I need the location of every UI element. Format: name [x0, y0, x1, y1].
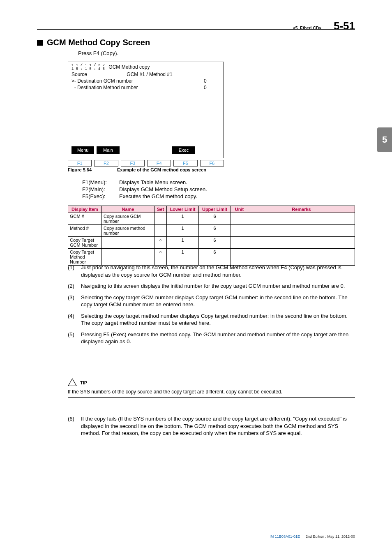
tip-block: TIP If the SYS numbers of the copy sourc…	[68, 378, 355, 398]
section-title: GCM Method Copy Screen	[37, 38, 150, 47]
f2-button[interactable]: F2	[94, 160, 118, 166]
lcd-fkey-row: F1 F2 F3 F4 F5 F6	[68, 160, 224, 166]
section-title-text: GCM Method Copy Screen	[47, 38, 150, 47]
display-item-table: Display Item Name Set Lower Limit Upper …	[68, 206, 355, 266]
f1-button[interactable]: F1	[68, 160, 92, 166]
figure-caption: Figure 5.64Example of the GCM method cop…	[68, 167, 224, 172]
lcd-button-row-labels: Menu Main Exec	[71, 146, 220, 154]
exec-button[interactable]: Exec	[172, 146, 195, 154]
lcd-timestamp: 1 1 / 1 1 / 2 2 1 5 : 1 5 : 4 5	[71, 64, 105, 71]
header-rule	[37, 29, 355, 30]
lcd-source-value: GCM #1 / Method #1	[87, 71, 212, 78]
f5-button[interactable]: F5	[173, 160, 197, 166]
f4-button[interactable]: F4	[147, 160, 171, 166]
page-number: 5-51	[334, 20, 355, 32]
table-row: Method #Copy source method number16	[68, 225, 355, 237]
lcd-source-label: Source	[71, 71, 87, 78]
f6-button[interactable]: F6	[200, 160, 224, 166]
table-header-row: Display Item Name Set Lower Limit Upper …	[68, 206, 355, 213]
list-item: (5)Pressing F5 (Exec) executes the metho…	[68, 331, 355, 345]
footer: IM 11B08A01-01E2nd Edition : May 11, 201…	[270, 534, 355, 539]
lcd-dest-method-value: 0	[204, 84, 220, 91]
list-item-6: (6) If the copy fails (If the SYS number…	[68, 415, 355, 437]
chapter-tab: 5	[377, 127, 392, 152]
figure-box: 1 1 / 1 1 / 2 2 1 5 : 1 5 : 4 5 GCM Meth…	[68, 62, 224, 172]
menu-button[interactable]: Menu	[71, 146, 94, 154]
f3-button[interactable]: F3	[121, 160, 145, 166]
square-bullet-icon	[37, 40, 43, 46]
numbered-list: (1)Just prior to navigating to this scre…	[68, 264, 355, 349]
fkey-legend: F1(Menu):Displays Table Menu screen. F2(…	[82, 179, 207, 200]
list-item: (1)Just prior to navigating to this scre…	[68, 264, 355, 278]
lcd-screen: 1 1 / 1 1 / 2 2 1 5 : 1 5 : 4 5 GCM Meth…	[68, 62, 224, 158]
table-row: GCM #Copy source GCM number16	[68, 213, 355, 225]
tip-body: If the SYS numbers of the copy source an…	[68, 387, 355, 398]
table-row: Copy Target Method Number○16	[68, 249, 355, 266]
tip-label: TIP	[80, 380, 87, 386]
list-item: (4)Selecting the copy target method numb…	[68, 312, 355, 327]
table-row: Copy Target GCM Number○16	[68, 237, 355, 249]
list-item: (2)Navigating to this screen displays th…	[68, 282, 355, 290]
caution-triangle-icon	[68, 378, 77, 386]
list-item: (3)Selecting the copy target GCM number …	[68, 294, 355, 308]
lcd-dest-method-label: - Destination Method number	[71, 84, 138, 91]
press-instruction: Press F4 (Copy).	[78, 50, 118, 56]
header-crumb: <5. EtherLCD>	[293, 26, 321, 30]
main-button[interactable]: Main	[97, 146, 119, 154]
lcd-dest-gcm-value: 0	[204, 78, 220, 84]
lcd-dest-gcm-label: >- Destination GCM number	[71, 78, 133, 84]
lcd-title: GCM Method copy	[108, 64, 150, 70]
